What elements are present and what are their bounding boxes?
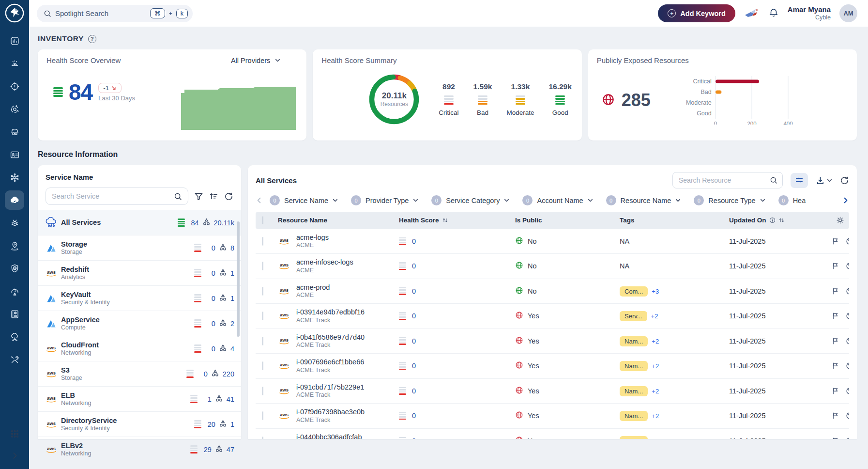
add-keyword-button[interactable]: + Add Keyword [658, 4, 735, 22]
sidebar-item-dark-web[interactable] [5, 122, 24, 141]
service-search-input[interactable] [52, 192, 174, 200]
service-list-item[interactable]: aws DirectoryService Security & Identity… [38, 412, 241, 437]
service-list-item[interactable]: KeyVault Security & Identity 0 1 [38, 286, 241, 311]
sidebar-item-integrations[interactable] [5, 327, 24, 346]
ban-icon[interactable] [846, 287, 849, 295]
flag-icon[interactable] [832, 387, 839, 395]
tag-pill[interactable]: Nam... [620, 361, 648, 371]
sort-icon[interactable] [209, 192, 218, 201]
sidebar-item-geo-monitoring[interactable] [5, 236, 24, 255]
tag-pill[interactable]: Nam... [620, 386, 648, 396]
row-checkbox[interactable] [262, 262, 263, 270]
row-checkbox[interactable] [262, 437, 263, 439]
table-row[interactable]: aws i-07f9d67398bae3e0b ACME Track 0 Yes… [256, 404, 849, 429]
sidebar-item-cloud-security[interactable] [5, 190, 24, 210]
sort-icon[interactable] [778, 217, 785, 223]
refresh-icon[interactable] [224, 192, 233, 201]
sidebar-item-dashboard[interactable] [5, 31, 24, 50]
service-list-item[interactable]: AppService Compute 0 2 [38, 311, 241, 336]
ban-icon[interactable] [846, 237, 849, 245]
select-all-checkbox[interactable] [262, 216, 263, 224]
help-icon[interactable]: ? [88, 35, 96, 43]
flag-icon[interactable] [832, 237, 839, 245]
tag-more-count[interactable]: +2 [652, 338, 659, 345]
provider-filter-dropdown[interactable]: All Providers [231, 57, 280, 64]
sidebar-item-alerts[interactable] [5, 54, 24, 73]
table-row[interactable]: aws acme-logs ACME 0 No NA 11-Jul-2025 [256, 229, 849, 254]
filter-chip-service-category[interactable]: 0 Service Category [431, 195, 509, 205]
sidebar-item-identity[interactable] [5, 145, 24, 164]
service-list-item[interactable]: aws ELB Networking 1 41 [38, 387, 241, 412]
table-row[interactable]: aws i-091cbd71f75b229e1 ACME Track 0 Yes… [256, 379, 849, 404]
row-checkbox[interactable] [262, 312, 263, 320]
ban-icon[interactable] [846, 337, 849, 345]
tag-pill[interactable]: Nam... [620, 436, 648, 439]
table-row[interactable]: aws i-0b41f6586e97d7d40 ACME Track 0 Yes… [256, 329, 849, 354]
table-row[interactable]: aws i-03914e94b7edbbf16 ACME Track 0 Yes… [256, 304, 849, 329]
tag-pill[interactable]: Nam... [620, 336, 648, 346]
sidebar-item-vulnerabilities[interactable] [5, 213, 24, 233]
flag-icon[interactable] [832, 437, 839, 439]
sidebar-item-risk[interactable] [5, 77, 24, 96]
ban-icon[interactable] [846, 362, 849, 370]
service-list-item[interactable]: aws CloudFront Networking 0 4 [38, 336, 241, 361]
tag-more-count[interactable]: +3 [652, 288, 659, 295]
notifications-bell-icon[interactable] [768, 7, 779, 20]
service-list-item[interactable]: All Services 84 20.11k [38, 210, 241, 235]
ban-icon[interactable] [846, 412, 849, 420]
tag-more-count[interactable]: +2 [652, 388, 659, 395]
flag-icon[interactable] [832, 362, 839, 370]
table-row[interactable]: aws acme-infosec-logs ACME 0 No NA 11-Ju… [256, 254, 849, 279]
avatar[interactable]: AM [839, 4, 857, 22]
sidebar-item-automation[interactable] [5, 99, 24, 119]
service-list-item[interactable]: aws ELBv2 Networking 29 47 [38, 437, 241, 462]
cyble-logo-icon[interactable] [4, 3, 25, 23]
tag-more-count[interactable]: +2 [652, 362, 659, 370]
flag-icon[interactable] [832, 312, 839, 320]
table-row[interactable]: aws acme-prod ACME 0 No Com...+3 11-Jul-… [256, 279, 849, 304]
service-list-item[interactable]: Storage Storage 0 8 [38, 235, 241, 261]
row-checkbox[interactable] [262, 387, 263, 395]
filter-icon[interactable] [194, 192, 203, 201]
ban-icon[interactable] [846, 387, 849, 395]
filters-scroll-left-icon[interactable] [256, 197, 263, 204]
tag-pill[interactable]: Nam... [620, 411, 648, 421]
scrollbar[interactable] [237, 221, 240, 337]
row-checkbox[interactable] [262, 411, 263, 420]
filter-chip-account-name[interactable]: 0 Account Name [522, 195, 593, 205]
sidebar-expand-chevron-icon[interactable] [10, 451, 19, 460]
spotlight-search[interactable]: ⌘ + k [37, 5, 193, 22]
cyble-bird-icon[interactable] [744, 7, 760, 20]
export-button[interactable] [816, 176, 832, 185]
ban-icon[interactable] [846, 312, 849, 320]
tag-more-count[interactable]: +2 [651, 313, 658, 320]
tag-pill[interactable]: Serv... [620, 311, 647, 321]
row-checkbox[interactable] [262, 237, 263, 246]
filter-chip-resource-type[interactable]: 0 Resource Type [694, 195, 765, 205]
flag-icon[interactable] [832, 337, 839, 345]
flag-icon[interactable] [832, 287, 839, 295]
table-row[interactable]: aws i-0907696e6cf1bbe66 ACME Track 0 Yes… [256, 354, 849, 379]
user-info[interactable]: Amar Myana Cyble [788, 5, 831, 21]
service-list-item[interactable]: aws S3 Storage 0 220 [38, 361, 241, 387]
row-checkbox[interactable] [262, 287, 263, 296]
row-checkbox[interactable] [262, 337, 263, 345]
gear-icon[interactable] [836, 216, 844, 224]
sidebar-item-tools[interactable] [5, 350, 24, 369]
resource-search-input[interactable] [679, 176, 770, 184]
apps-grid-icon[interactable] [10, 429, 19, 438]
tag-pill[interactable]: Com... [620, 286, 648, 297]
filter-chip-resource-name[interactable]: 0 Resource Name [606, 195, 681, 205]
sidebar-item-threat-meter[interactable] [5, 281, 24, 301]
ban-icon[interactable] [846, 437, 849, 439]
sidebar-item-brand-protection[interactable] [5, 259, 24, 278]
filters-scroll-right-icon[interactable] [842, 197, 849, 204]
service-list-item[interactable]: aws Redshift Analytics 0 1 [38, 261, 241, 286]
column-settings-button[interactable] [791, 173, 808, 188]
filter-chip-service-name[interactable]: 0 Service Name [270, 195, 338, 205]
spotlight-search-input[interactable] [55, 9, 146, 17]
refresh-icon[interactable] [840, 176, 849, 185]
row-checkbox[interactable] [262, 361, 263, 370]
tag-more-count[interactable]: +2 [652, 412, 659, 420]
ban-icon[interactable] [846, 262, 849, 270]
